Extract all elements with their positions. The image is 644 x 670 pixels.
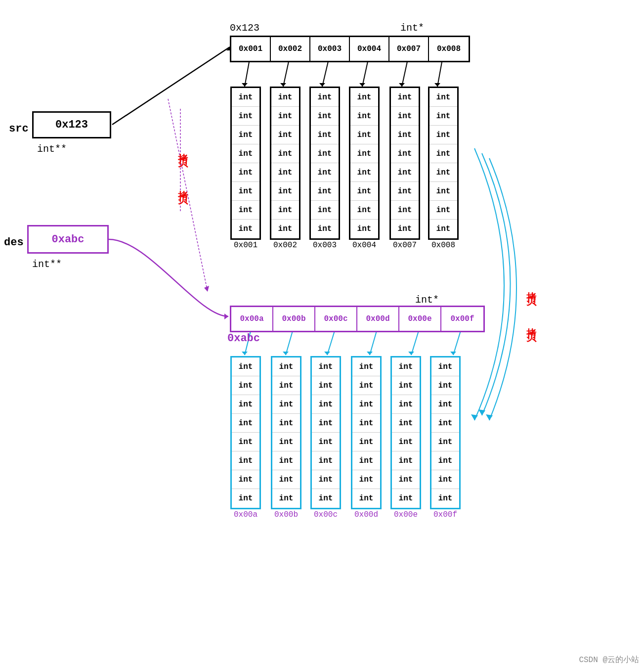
- blue-col-addr: 0x00c: [309, 510, 343, 519]
- int-cell: int: [350, 144, 378, 163]
- int-cell-blue: int: [392, 489, 420, 508]
- int-cell-blue: int: [431, 395, 459, 414]
- black-int-column: intintintintintintintint: [309, 87, 340, 240]
- int-cell: int: [391, 163, 419, 182]
- int-cell-blue: int: [272, 395, 300, 414]
- int-cell-blue: int: [312, 357, 340, 376]
- blue-col-addr: 0x00d: [349, 510, 383, 519]
- svg-line-29: [411, 329, 419, 355]
- des-label: des: [4, 236, 24, 249]
- int-cell: int: [311, 163, 339, 182]
- svg-line-8: [362, 59, 368, 87]
- int-cell: int: [232, 144, 259, 163]
- src-type: int**: [37, 143, 67, 155]
- black-int-column: intintintintintintintint: [230, 87, 261, 240]
- int-cell-blue: int: [431, 376, 459, 395]
- svg-marker-18: [471, 414, 478, 420]
- int-cell: int: [232, 163, 259, 182]
- int-cell: int: [232, 88, 259, 107]
- int-cell: int: [311, 126, 339, 144]
- int-cell-blue: int: [392, 470, 420, 489]
- int-cell-blue: int: [232, 489, 259, 508]
- svg-line-27: [370, 329, 377, 355]
- int-cell: int: [271, 107, 299, 126]
- black-col-addr: 0x004: [347, 241, 381, 250]
- int-cell: int: [232, 201, 259, 220]
- int-cell-blue: int: [392, 414, 420, 433]
- int-cell-blue: int: [232, 433, 259, 451]
- int-cell-blue: int: [312, 395, 340, 414]
- int-cell: int: [391, 126, 419, 144]
- int-cell-blue: int: [352, 489, 380, 508]
- svg-marker-20: [486, 414, 493, 420]
- int-cell-blue: int: [431, 470, 459, 489]
- int-cell-blue: int: [352, 470, 380, 489]
- des-type: int**: [32, 259, 62, 270]
- main-canvas: src 0x123 int** des 0xabc int** 0x123 in…: [0, 0, 644, 670]
- mid-array-cell: 0x00e: [399, 307, 441, 331]
- int-cell: int: [429, 107, 457, 126]
- int-cell-blue: int: [272, 489, 300, 508]
- int-cell-blue: int: [272, 414, 300, 433]
- top-array-cell: 0x001: [231, 37, 271, 61]
- int-cell: int: [391, 107, 419, 126]
- blue-col-addr: 0x00b: [269, 510, 303, 519]
- svg-line-0: [112, 47, 230, 125]
- int-cell: int: [311, 88, 339, 107]
- top-array-cell: 0x004: [350, 37, 389, 61]
- int-cell: int: [350, 107, 378, 126]
- int-cell: int: [391, 182, 419, 201]
- black-col-addr: 0x001: [229, 241, 262, 250]
- int-cell-blue: int: [232, 470, 259, 489]
- int-cell-blue: int: [352, 414, 380, 433]
- svg-marker-9: [359, 83, 365, 87]
- svg-marker-3: [242, 83, 248, 87]
- int-cell: int: [391, 88, 419, 107]
- int-cell: int: [311, 144, 339, 163]
- blue-col-addr: 0x00f: [429, 510, 462, 519]
- black-int-column: intintintintintintintint: [349, 87, 380, 240]
- top-array-cell: 0x007: [389, 37, 429, 61]
- int-cell-blue: int: [352, 357, 380, 376]
- int-cell-blue: int: [272, 376, 300, 395]
- mid-array: 0x00a0x00b0x00c0x00d0x00e0x00f: [230, 306, 485, 332]
- int-cell-blue: int: [392, 451, 420, 470]
- int-cell: int: [391, 144, 419, 163]
- blue-col-addr: 0x00e: [389, 510, 423, 519]
- mid-array-cell: 0x00f: [441, 307, 483, 331]
- int-cell: int: [271, 220, 299, 238]
- svg-line-10: [402, 59, 408, 87]
- int-cell: int: [391, 201, 419, 220]
- int-cell: int: [311, 107, 339, 126]
- svg-marker-19: [478, 409, 485, 415]
- src-value: 0x123: [55, 119, 88, 131]
- int-cell: int: [271, 144, 299, 163]
- int-cell-blue: int: [392, 376, 420, 395]
- int-cell: int: [350, 201, 378, 220]
- svg-marker-22: [242, 352, 248, 355]
- int-cell-blue: int: [232, 376, 259, 395]
- svg-marker-17: [204, 286, 209, 292]
- svg-marker-7: [319, 83, 325, 87]
- svg-marker-24: [283, 352, 289, 355]
- int-cell-blue: int: [272, 470, 300, 489]
- top-array-cell: 0x002: [271, 37, 310, 61]
- csdn-watermark: CSDN @云的小站: [579, 655, 639, 665]
- top-array-type-label: int*: [400, 22, 424, 34]
- mid-array-cell: 0x00b: [273, 307, 315, 331]
- mid-array-type-label: int*: [415, 294, 439, 306]
- black-col-addr: 0x003: [308, 241, 342, 250]
- int-cell: int: [350, 126, 378, 144]
- black-int-column: intintintintintintintint: [389, 87, 420, 240]
- svg-marker-13: [434, 83, 440, 87]
- int-cell-blue: int: [352, 433, 380, 451]
- int-cell-blue: int: [352, 451, 380, 470]
- blue-int-column: intintintintintintintint: [351, 356, 382, 509]
- int-cell-blue: int: [272, 451, 300, 470]
- int-cell: int: [271, 201, 299, 220]
- int-cell: int: [232, 126, 259, 144]
- black-int-column: intintintintintintintint: [428, 87, 459, 240]
- kaobei-blue-label-2: 拷贝: [524, 320, 537, 328]
- kaobei-label-2: 拷贝: [175, 183, 189, 191]
- svg-line-6: [322, 59, 329, 87]
